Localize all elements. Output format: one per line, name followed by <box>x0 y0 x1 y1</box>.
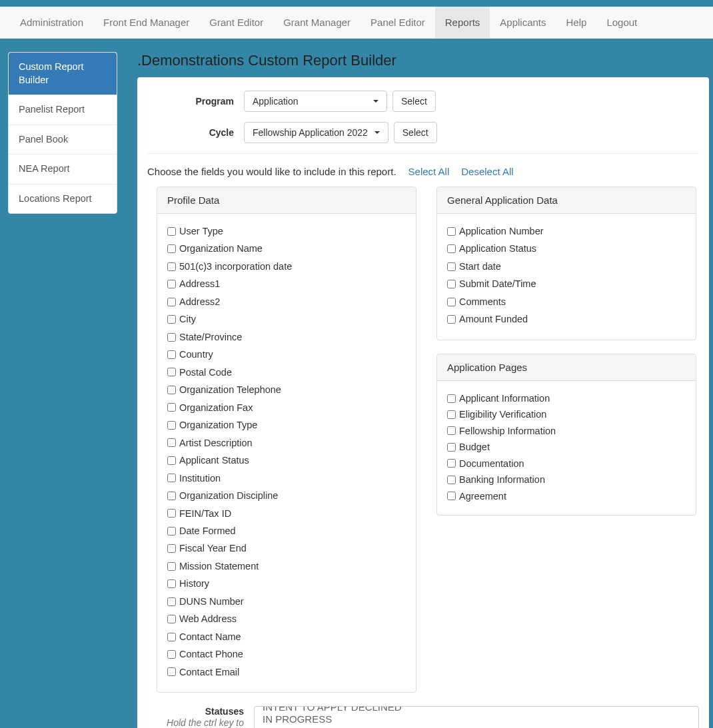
profile-field-date-formed[interactable]: Date Formed <box>167 524 406 538</box>
pages-field-agreement[interactable]: Agreement <box>447 489 686 504</box>
profile-field-contact-phone[interactable]: Contact Phone <box>167 647 406 661</box>
sidebar-item-nea-report[interactable]: NEA Report <box>9 155 117 184</box>
checkbox[interactable] <box>167 350 176 359</box>
program-select-button[interactable]: Select <box>392 91 436 112</box>
profile-field-mission-statement[interactable]: Mission Statement <box>167 559 406 573</box>
checkbox[interactable] <box>167 438 176 447</box>
general-field-start-date[interactable]: Start date <box>447 259 686 274</box>
statuses-multiselect[interactable]: INTENT TO APPLY DECLINEDIN PROGRESSDRAFT… <box>254 706 699 728</box>
checkbox[interactable] <box>447 280 456 288</box>
checkbox[interactable] <box>167 298 176 306</box>
checkbox[interactable] <box>167 368 176 376</box>
checkbox[interactable] <box>447 262 456 271</box>
checkbox[interactable] <box>447 492 456 500</box>
checkbox[interactable] <box>167 262 176 271</box>
profile-field-organization-name[interactable]: Organization Name <box>167 241 406 256</box>
pages-field-fellowship-information[interactable]: Fellowship Information <box>447 424 686 438</box>
cycle-dropdown[interactable]: Fellowship Application 2022 <box>244 122 388 143</box>
profile-field-organization-discipline[interactable]: Organization Discipline <box>167 488 406 503</box>
nav-help[interactable]: Help <box>556 7 597 38</box>
checkbox[interactable] <box>167 650 176 659</box>
checkbox[interactable] <box>167 280 176 288</box>
profile-field-organization-type[interactable]: Organization Type <box>167 418 406 432</box>
checkbox[interactable] <box>167 562 176 571</box>
profile-field-city[interactable]: City <box>167 312 406 326</box>
checkbox[interactable] <box>447 443 456 452</box>
profile-field-fein-tax-id[interactable]: FEIN/Tax ID <box>167 506 406 521</box>
sidebar-item-panel-book[interactable]: Panel Book <box>9 125 117 155</box>
profile-field-artist-description[interactable]: Artist Description <box>167 436 406 450</box>
pages-field-budget[interactable]: Budget <box>447 440 686 454</box>
program-dropdown[interactable]: Application <box>244 91 387 112</box>
select-all-link[interactable]: Select All <box>408 166 450 177</box>
profile-field-organization-telephone[interactable]: Organization Telephone <box>167 382 406 397</box>
pages-field-eligibility-verification[interactable]: Eligibility Verification <box>447 407 686 422</box>
general-field-amount-funded[interactable]: Amount Funded <box>447 312 686 326</box>
checkbox[interactable] <box>167 315 176 324</box>
general-field-submit-date-time[interactable]: Submit Date/Time <box>447 276 686 291</box>
nav-logout[interactable]: Logout <box>596 7 647 38</box>
checkbox[interactable] <box>447 426 456 435</box>
checkbox[interactable] <box>167 456 176 465</box>
profile-field-web-address[interactable]: Web Address <box>167 611 406 626</box>
checkbox[interactable] <box>447 315 456 324</box>
nav-grant-manager[interactable]: Grant Manager <box>273 7 360 38</box>
profile-field-duns-number[interactable]: DUNS Number <box>167 594 406 609</box>
profile-field-user-type[interactable]: User Type <box>167 224 406 238</box>
profile-field-contact-name[interactable]: Contact Name <box>167 629 406 644</box>
pages-field-banking-information[interactable]: Banking Information <box>447 472 686 487</box>
checkbox[interactable] <box>167 403 176 412</box>
status-option-intent-to-apply-declined[interactable]: INTENT TO APPLY DECLINED <box>255 706 698 713</box>
checkbox[interactable] <box>167 509 176 518</box>
checkbox[interactable] <box>447 244 456 253</box>
profile-field-postal-code[interactable]: Postal Code <box>167 365 406 380</box>
checkbox[interactable] <box>167 527 176 536</box>
checkbox[interactable] <box>167 386 176 394</box>
status-option-draft-review[interactable]: DRAFT REVIEW <box>255 725 698 728</box>
sidebar-item-panelist-report[interactable]: Panelist Report <box>9 95 117 125</box>
profile-field-applicant-status[interactable]: Applicant Status <box>167 453 406 468</box>
pages-field-documentation[interactable]: Documentation <box>447 456 686 471</box>
profile-field-address2[interactable]: Address2 <box>167 294 406 309</box>
nav-panel-editor[interactable]: Panel Editor <box>360 7 435 38</box>
general-field-application-status[interactable]: Application Status <box>447 241 686 256</box>
checkbox[interactable] <box>447 476 456 484</box>
profile-field-fiscal-year-end[interactable]: Fiscal Year End <box>167 541 406 555</box>
checkbox[interactable] <box>167 474 176 482</box>
checkbox[interactable] <box>167 244 176 253</box>
checkbox[interactable] <box>447 459 456 468</box>
checkbox[interactable] <box>167 579 176 588</box>
sidebar-item-locations-report[interactable]: Locations Report <box>9 184 117 214</box>
checkbox[interactable] <box>167 597 176 606</box>
checkbox[interactable] <box>167 227 176 236</box>
profile-field-history[interactable]: History <box>167 576 406 591</box>
checkbox[interactable] <box>167 333 176 342</box>
nav-reports[interactable]: Reports <box>435 7 490 38</box>
checkbox[interactable] <box>167 492 176 500</box>
checkbox[interactable] <box>167 421 176 430</box>
nav-front-end-manager[interactable]: Front End Manager <box>93 7 199 38</box>
nav-applicants[interactable]: Applicants <box>490 7 556 38</box>
checkbox[interactable] <box>167 667 176 676</box>
general-field-application-number[interactable]: Application Number <box>447 224 686 238</box>
general-field-comments[interactable]: Comments <box>447 294 686 309</box>
checkbox[interactable] <box>447 394 456 403</box>
status-option-in-progress[interactable]: IN PROGRESS <box>255 713 698 725</box>
pages-field-applicant-information[interactable]: Applicant Information <box>447 391 686 406</box>
deselect-all-link[interactable]: Deselect All <box>461 166 513 177</box>
checkbox[interactable] <box>167 615 176 623</box>
checkbox[interactable] <box>167 633 176 641</box>
profile-field-address1[interactable]: Address1 <box>167 276 406 291</box>
checkbox[interactable] <box>447 298 456 306</box>
profile-field-501-c-3-incorporation-date[interactable]: 501(c)3 incorporation date <box>167 259 406 274</box>
profile-field-institution[interactable]: Institution <box>167 471 406 486</box>
profile-field-country[interactable]: Country <box>167 347 406 362</box>
profile-field-state-province[interactable]: State/Province <box>167 330 406 344</box>
profile-field-organization-fax[interactable]: Organization Fax <box>167 400 406 415</box>
sidebar-item-custom-report-builder[interactable]: Custom Report Builder <box>9 53 117 95</box>
nav-administration[interactable]: Administration <box>10 7 93 38</box>
cycle-select-button[interactable]: Select <box>394 122 437 143</box>
checkbox[interactable] <box>447 227 456 236</box>
checkbox[interactable] <box>447 410 456 419</box>
checkbox[interactable] <box>167 544 176 553</box>
